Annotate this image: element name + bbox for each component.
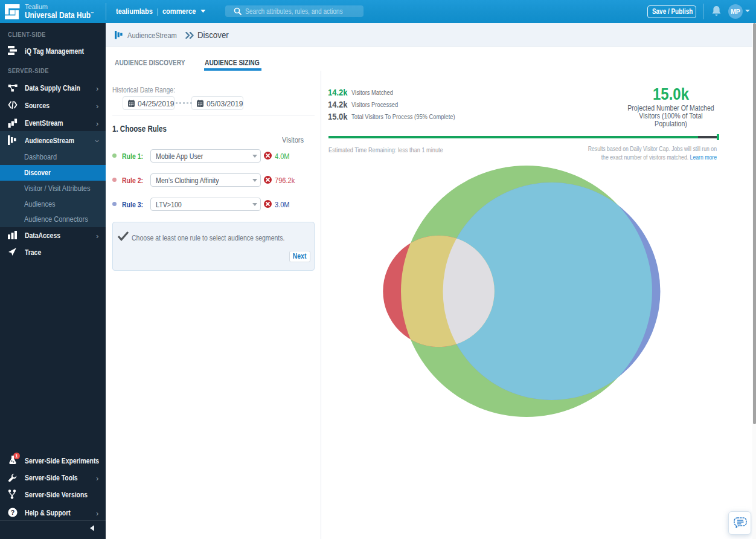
svg-text:?: ? (11, 509, 14, 516)
